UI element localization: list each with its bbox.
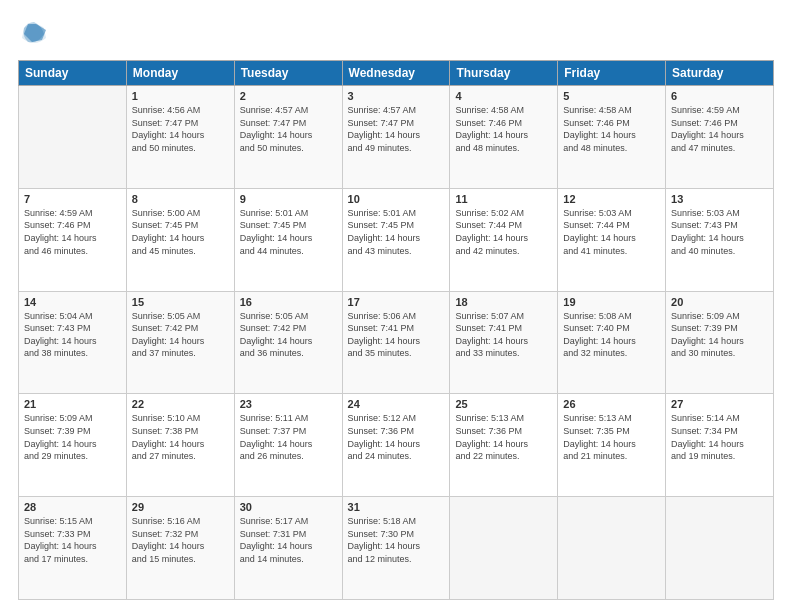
- day-number: 17: [348, 296, 445, 308]
- day-number: 30: [240, 501, 337, 513]
- day-number: 10: [348, 193, 445, 205]
- day-cell: 7Sunrise: 4:59 AM Sunset: 7:46 PM Daylig…: [19, 188, 127, 291]
- day-cell: 16Sunrise: 5:05 AM Sunset: 7:42 PM Dayli…: [234, 291, 342, 394]
- day-info: Sunrise: 5:13 AM Sunset: 7:35 PM Dayligh…: [563, 412, 660, 462]
- day-number: 2: [240, 90, 337, 102]
- week-row-4: 21Sunrise: 5:09 AM Sunset: 7:39 PM Dayli…: [19, 394, 774, 497]
- day-cell: 30Sunrise: 5:17 AM Sunset: 7:31 PM Dayli…: [234, 497, 342, 600]
- day-cell: [19, 86, 127, 189]
- day-cell: [558, 497, 666, 600]
- logo: [18, 18, 54, 50]
- day-number: 25: [455, 398, 552, 410]
- calendar-header: SundayMondayTuesdayWednesdayThursdayFrid…: [19, 61, 774, 86]
- day-cell: 5Sunrise: 4:58 AM Sunset: 7:46 PM Daylig…: [558, 86, 666, 189]
- day-info: Sunrise: 5:12 AM Sunset: 7:36 PM Dayligh…: [348, 412, 445, 462]
- day-number: 22: [132, 398, 229, 410]
- day-info: Sunrise: 5:09 AM Sunset: 7:39 PM Dayligh…: [24, 412, 121, 462]
- day-cell: 26Sunrise: 5:13 AM Sunset: 7:35 PM Dayli…: [558, 394, 666, 497]
- day-cell: 9Sunrise: 5:01 AM Sunset: 7:45 PM Daylig…: [234, 188, 342, 291]
- day-info: Sunrise: 5:06 AM Sunset: 7:41 PM Dayligh…: [348, 310, 445, 360]
- day-cell: 20Sunrise: 5:09 AM Sunset: 7:39 PM Dayli…: [666, 291, 774, 394]
- day-number: 15: [132, 296, 229, 308]
- day-number: 16: [240, 296, 337, 308]
- day-number: 14: [24, 296, 121, 308]
- day-cell: 19Sunrise: 5:08 AM Sunset: 7:40 PM Dayli…: [558, 291, 666, 394]
- day-cell: 6Sunrise: 4:59 AM Sunset: 7:46 PM Daylig…: [666, 86, 774, 189]
- day-cell: 25Sunrise: 5:13 AM Sunset: 7:36 PM Dayli…: [450, 394, 558, 497]
- day-number: 13: [671, 193, 768, 205]
- day-info: Sunrise: 4:56 AM Sunset: 7:47 PM Dayligh…: [132, 104, 229, 154]
- day-info: Sunrise: 5:17 AM Sunset: 7:31 PM Dayligh…: [240, 515, 337, 565]
- weekday-header-thursday: Thursday: [450, 61, 558, 86]
- day-cell: 12Sunrise: 5:03 AM Sunset: 7:44 PM Dayli…: [558, 188, 666, 291]
- day-info: Sunrise: 5:05 AM Sunset: 7:42 PM Dayligh…: [240, 310, 337, 360]
- day-info: Sunrise: 5:03 AM Sunset: 7:44 PM Dayligh…: [563, 207, 660, 257]
- day-info: Sunrise: 5:02 AM Sunset: 7:44 PM Dayligh…: [455, 207, 552, 257]
- day-cell: 10Sunrise: 5:01 AM Sunset: 7:45 PM Dayli…: [342, 188, 450, 291]
- week-row-3: 14Sunrise: 5:04 AM Sunset: 7:43 PM Dayli…: [19, 291, 774, 394]
- day-info: Sunrise: 5:04 AM Sunset: 7:43 PM Dayligh…: [24, 310, 121, 360]
- day-cell: 11Sunrise: 5:02 AM Sunset: 7:44 PM Dayli…: [450, 188, 558, 291]
- day-number: 11: [455, 193, 552, 205]
- weekday-header-wednesday: Wednesday: [342, 61, 450, 86]
- day-info: Sunrise: 5:03 AM Sunset: 7:43 PM Dayligh…: [671, 207, 768, 257]
- calendar-body: 1Sunrise: 4:56 AM Sunset: 7:47 PM Daylig…: [19, 86, 774, 600]
- day-info: Sunrise: 5:01 AM Sunset: 7:45 PM Dayligh…: [240, 207, 337, 257]
- day-number: 23: [240, 398, 337, 410]
- day-info: Sunrise: 5:05 AM Sunset: 7:42 PM Dayligh…: [132, 310, 229, 360]
- day-cell: 23Sunrise: 5:11 AM Sunset: 7:37 PM Dayli…: [234, 394, 342, 497]
- day-cell: 27Sunrise: 5:14 AM Sunset: 7:34 PM Dayli…: [666, 394, 774, 497]
- day-number: 26: [563, 398, 660, 410]
- day-cell: 14Sunrise: 5:04 AM Sunset: 7:43 PM Dayli…: [19, 291, 127, 394]
- day-number: 5: [563, 90, 660, 102]
- day-info: Sunrise: 5:09 AM Sunset: 7:39 PM Dayligh…: [671, 310, 768, 360]
- weekday-header-monday: Monday: [126, 61, 234, 86]
- day-info: Sunrise: 5:01 AM Sunset: 7:45 PM Dayligh…: [348, 207, 445, 257]
- day-info: Sunrise: 5:10 AM Sunset: 7:38 PM Dayligh…: [132, 412, 229, 462]
- day-number: 24: [348, 398, 445, 410]
- day-number: 18: [455, 296, 552, 308]
- day-number: 7: [24, 193, 121, 205]
- day-info: Sunrise: 4:58 AM Sunset: 7:46 PM Dayligh…: [455, 104, 552, 154]
- day-number: 1: [132, 90, 229, 102]
- weekday-row: SundayMondayTuesdayWednesdayThursdayFrid…: [19, 61, 774, 86]
- week-row-1: 1Sunrise: 4:56 AM Sunset: 7:47 PM Daylig…: [19, 86, 774, 189]
- day-info: Sunrise: 4:59 AM Sunset: 7:46 PM Dayligh…: [671, 104, 768, 154]
- day-info: Sunrise: 5:00 AM Sunset: 7:45 PM Dayligh…: [132, 207, 229, 257]
- day-info: Sunrise: 5:15 AM Sunset: 7:33 PM Dayligh…: [24, 515, 121, 565]
- day-cell: [666, 497, 774, 600]
- day-info: Sunrise: 4:57 AM Sunset: 7:47 PM Dayligh…: [240, 104, 337, 154]
- calendar: SundayMondayTuesdayWednesdayThursdayFrid…: [18, 60, 774, 600]
- day-info: Sunrise: 5:14 AM Sunset: 7:34 PM Dayligh…: [671, 412, 768, 462]
- day-info: Sunrise: 5:08 AM Sunset: 7:40 PM Dayligh…: [563, 310, 660, 360]
- day-cell: 13Sunrise: 5:03 AM Sunset: 7:43 PM Dayli…: [666, 188, 774, 291]
- day-cell: [450, 497, 558, 600]
- day-number: 9: [240, 193, 337, 205]
- day-number: 28: [24, 501, 121, 513]
- day-number: 20: [671, 296, 768, 308]
- header: [18, 18, 774, 50]
- day-info: Sunrise: 4:58 AM Sunset: 7:46 PM Dayligh…: [563, 104, 660, 154]
- weekday-header-sunday: Sunday: [19, 61, 127, 86]
- day-number: 31: [348, 501, 445, 513]
- day-info: Sunrise: 4:57 AM Sunset: 7:47 PM Dayligh…: [348, 104, 445, 154]
- day-cell: 4Sunrise: 4:58 AM Sunset: 7:46 PM Daylig…: [450, 86, 558, 189]
- day-cell: 31Sunrise: 5:18 AM Sunset: 7:30 PM Dayli…: [342, 497, 450, 600]
- day-number: 4: [455, 90, 552, 102]
- day-number: 21: [24, 398, 121, 410]
- day-cell: 8Sunrise: 5:00 AM Sunset: 7:45 PM Daylig…: [126, 188, 234, 291]
- day-number: 29: [132, 501, 229, 513]
- day-cell: 21Sunrise: 5:09 AM Sunset: 7:39 PM Dayli…: [19, 394, 127, 497]
- day-number: 12: [563, 193, 660, 205]
- day-info: Sunrise: 5:13 AM Sunset: 7:36 PM Dayligh…: [455, 412, 552, 462]
- day-number: 6: [671, 90, 768, 102]
- weekday-header-friday: Friday: [558, 61, 666, 86]
- day-info: Sunrise: 5:16 AM Sunset: 7:32 PM Dayligh…: [132, 515, 229, 565]
- day-cell: 3Sunrise: 4:57 AM Sunset: 7:47 PM Daylig…: [342, 86, 450, 189]
- day-info: Sunrise: 4:59 AM Sunset: 7:46 PM Dayligh…: [24, 207, 121, 257]
- day-cell: 24Sunrise: 5:12 AM Sunset: 7:36 PM Dayli…: [342, 394, 450, 497]
- day-cell: 22Sunrise: 5:10 AM Sunset: 7:38 PM Dayli…: [126, 394, 234, 497]
- day-info: Sunrise: 5:11 AM Sunset: 7:37 PM Dayligh…: [240, 412, 337, 462]
- day-number: 27: [671, 398, 768, 410]
- day-cell: 15Sunrise: 5:05 AM Sunset: 7:42 PM Dayli…: [126, 291, 234, 394]
